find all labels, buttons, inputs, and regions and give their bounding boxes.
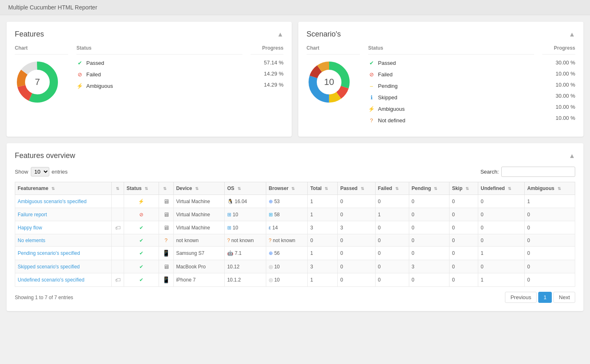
os-icon: ⊞	[227, 212, 231, 217]
sort-device-icon: ⇅	[195, 186, 198, 191]
th-undefined[interactable]: Undefined ⇅	[478, 182, 524, 195]
cell-featurename: Happy flow	[15, 221, 112, 234]
sort-os-icon: ⇅	[237, 186, 241, 191]
table-row: Pending scenario's specified ✔ 📱 Samsung…	[15, 247, 575, 260]
feature-link[interactable]: Ambiguous scenario's specified	[18, 199, 87, 204]
cell-status: ✔	[124, 221, 159, 234]
feature-link[interactable]: No elements	[18, 238, 45, 243]
sort-pending-icon: ⇅	[434, 186, 437, 191]
cell-tags	[112, 247, 124, 260]
scenarios-collapse-button[interactable]: ▲	[569, 31, 575, 38]
th-device[interactable]: Device ⇅	[173, 182, 224, 195]
sc-passed-label: Passed	[378, 60, 534, 66]
main-content: Features ▲ Chart	[0, 15, 590, 318]
page-1-button[interactable]: 1	[538, 292, 552, 303]
cell-status: ✔	[124, 260, 159, 273]
th-total[interactable]: Total ⇅	[308, 182, 338, 195]
sort-skip-icon: ⇅	[466, 186, 469, 191]
features-failed-pct: 14.29 %	[251, 71, 283, 77]
cell-skip: 0	[449, 234, 478, 247]
cell-device: iPhone 7	[173, 273, 224, 287]
pagination: Previous 1 Next	[505, 292, 575, 303]
tag-icon: 🏷	[115, 277, 121, 283]
th-status[interactable]: Status ⇅	[124, 182, 159, 195]
next-button[interactable]: Next	[553, 292, 575, 303]
cell-featurename: No elements	[15, 234, 112, 247]
features-progress-col: Progress 57.14 % 14.29 % 14.29 %	[251, 45, 283, 93]
sc-ambiguous-icon: ⚡	[368, 105, 375, 112]
features-collapse-button[interactable]: ▲	[277, 31, 283, 38]
sc-skipped-pct: 30.00 %	[542, 93, 575, 99]
feature-link[interactable]: Skipped scenario's specified	[18, 264, 80, 270]
cell-passed: 0	[338, 234, 376, 247]
feature-link[interactable]: Pending scenario's specified	[18, 250, 80, 256]
table-row: Undefined scenario's specified 🏷 ✔ 📱 iPh…	[15, 273, 575, 287]
th-devicetype[interactable]: ⇅	[159, 182, 173, 195]
features-status-col: Status ✔ Passed ⊘ Failed ⚡ Ambiguous	[76, 45, 242, 94]
passed-icon: ✔	[76, 60, 83, 66]
th-passed[interactable]: Passed ⇅	[338, 182, 376, 195]
cell-browser: ⊞ 58	[266, 208, 308, 221]
cell-failed: 0	[375, 247, 409, 260]
search-input[interactable]	[501, 167, 575, 177]
sc-notdefined-pct: 10.00 %	[542, 115, 575, 121]
entries-select[interactable]: 10 25 50	[31, 167, 49, 176]
feature-link[interactable]: Happy flow	[18, 225, 42, 231]
th-tags[interactable]: ⇅	[112, 182, 124, 195]
cell-failed: 0	[375, 221, 409, 234]
device-type-icon: 🖥	[163, 224, 169, 231]
feature-link[interactable]: Failure report	[18, 212, 47, 217]
cell-failed: 0	[375, 234, 409, 247]
cell-skip: 0	[449, 273, 478, 287]
browser-icon: ◎	[269, 264, 273, 270]
row-status-icon: ⚡	[138, 199, 144, 204]
cell-pending: 0	[409, 195, 449, 208]
th-failed[interactable]: Failed ⇅	[375, 182, 409, 195]
table-row: Failure report ⊘ 🖥 Virtual Machine ⊞ 10 …	[15, 208, 575, 221]
feature-link[interactable]: Undefined scenario's specified	[18, 277, 84, 283]
cell-device: Samsung S7	[173, 247, 224, 260]
table-controls: Show 10 25 50 entries Search:	[15, 167, 575, 177]
features-passed-label: Passed	[86, 60, 242, 66]
cell-browser: ◎ 10	[266, 273, 308, 287]
scenarios-card-header: Scenario's ▲	[307, 30, 575, 39]
cell-ambiguous: 0	[525, 234, 575, 247]
cell-skip: 0	[449, 221, 478, 234]
cell-pending: 0	[409, 247, 449, 260]
th-featurename[interactable]: Featurename ⇅	[15, 182, 112, 195]
sc-notdefined-label: Not defined	[378, 117, 534, 124]
cell-devicetype: 🖥	[159, 221, 173, 234]
sc-skipped-icon: ℹ	[368, 94, 375, 101]
sort-status-icon: ⇅	[145, 186, 148, 191]
cell-featurename: Undefined scenario's specified	[15, 273, 112, 287]
show-entries: Show 10 25 50 entries	[15, 167, 68, 176]
cell-pending: 3	[409, 260, 449, 273]
overview-collapse-button[interactable]: ▲	[569, 152, 575, 160]
cell-devicetype: 🖥	[159, 195, 173, 208]
tag-icon: 🏷	[115, 224, 121, 231]
sort-devicetype-icon: ⇅	[163, 186, 166, 191]
cell-total: 1	[308, 247, 338, 260]
cell-skip: 0	[449, 260, 478, 273]
th-pending[interactable]: Pending ⇅	[409, 182, 449, 195]
features-card: Features ▲ Chart	[7, 22, 292, 137]
cell-featurename: Failure report	[15, 208, 112, 221]
cell-os: 10.1.2	[224, 273, 266, 287]
previous-button[interactable]: Previous	[505, 292, 537, 303]
sort-failed-icon: ⇅	[395, 186, 399, 191]
cell-os: 🤖 7.1	[224, 247, 266, 260]
th-skip[interactable]: Skip ⇅	[449, 182, 478, 195]
cell-passed: 0	[338, 273, 376, 287]
table-body: Ambiguous scenario's specified ⚡ 🖥 Virtu…	[15, 195, 575, 287]
scenarios-card-title: Scenario's	[307, 30, 341, 39]
sc-skipped-label: Skipped	[378, 94, 534, 101]
th-ambiguous[interactable]: Ambiguous ⇅	[525, 182, 575, 195]
cell-passed: 0	[338, 208, 376, 221]
cell-browser: ⊕ 56	[266, 247, 308, 260]
th-os[interactable]: OS ⇅	[224, 182, 266, 195]
scenarios-progress-col: Progress 30.00 % 10.00 % 10.00 % 30.00 %…	[542, 45, 575, 126]
th-browser[interactable]: Browser ⇅	[266, 182, 308, 195]
scenarios-status-ambiguous: ⚡ Ambiguous	[368, 105, 534, 112]
features-chart-col: Chart 7	[15, 45, 68, 105]
ambiguous-icon: ⚡	[76, 82, 83, 89]
